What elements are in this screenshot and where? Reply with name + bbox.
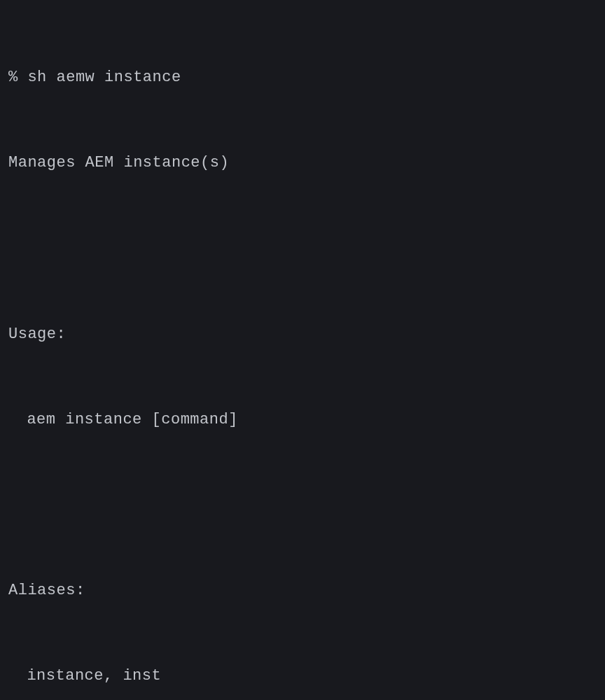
blank-line <box>8 235 597 264</box>
aliases-line: instance, inst <box>8 662 597 691</box>
prompt-line: % sh aemw instance <box>8 64 597 92</box>
usage-header: Usage: <box>8 321 597 349</box>
usage-line: aem instance [command] <box>8 406 597 435</box>
aliases-header: Aliases: <box>8 577 597 606</box>
shell-prompt: % <box>8 64 27 92</box>
typed-command: sh aemw instance <box>27 64 181 92</box>
terminal-output: % sh aemw instance Manages AEM instance(… <box>8 7 597 700</box>
blank-line <box>8 491 597 520</box>
command-description: Manages AEM instance(s) <box>8 149 597 178</box>
